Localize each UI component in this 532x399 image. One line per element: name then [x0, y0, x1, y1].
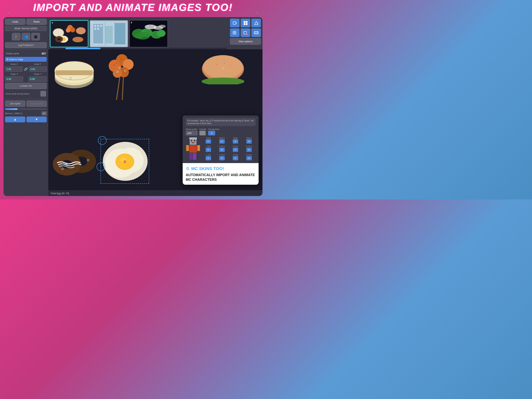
- view-options-button[interactable]: View options: [230, 38, 261, 45]
- thumbnail-4[interactable]: 4: [50, 20, 89, 47]
- name-prefix-label: Name prefix: [186, 128, 197, 130]
- l-arm-label: L Arm: [206, 145, 210, 147]
- svg-point-3: [66, 28, 70, 32]
- l-arm2-button[interactable]: ✏: [219, 148, 225, 152]
- view-btn-6[interactable]: [251, 28, 261, 37]
- head-col: Head ✏: [202, 137, 215, 145]
- include-section: Include: [199, 128, 206, 135]
- r-leg2-col: R Leg 2 ✏: [243, 154, 255, 161]
- link-icon: 🔗: [24, 67, 28, 71]
- scale-values-row: 1.61 🔗 1.61: [5, 66, 47, 72]
- egg-sprite[interactable]: [102, 140, 149, 183]
- head2-col: Head 2 ✏: [215, 137, 228, 145]
- svg-point-67: [120, 58, 122, 60]
- scale-edge-button[interactable]: ⊞ Scale to: Edge: [5, 57, 47, 62]
- svg-point-76: [230, 65, 231, 66]
- lag-button[interactable]: Lag Problems?: [5, 42, 47, 48]
- svg-rect-15: [94, 28, 96, 30]
- body2-button[interactable]: ✏: [246, 139, 252, 144]
- join-button[interactable]: Join sprite: [5, 101, 25, 107]
- view-btn-1[interactable]: [230, 19, 240, 27]
- l-leg-button[interactable]: ✏: [206, 156, 211, 160]
- frame-icon[interactable]: ▦: [31, 33, 40, 40]
- unjoin-button[interactable]: Unjoin sprite: [26, 101, 47, 107]
- mc-desc: AUTOMATICALLY IMPORT AND ANIMATE MC CHAR…: [186, 173, 255, 182]
- r-arm2-button[interactable]: ✏: [246, 148, 252, 152]
- r-leg-button[interactable]: ✏: [233, 156, 238, 160]
- right-panel: ★ View options: [228, 17, 262, 49]
- mode-icons: 🚶 👥 ▦: [5, 32, 47, 41]
- l-arm-button[interactable]: ✏: [206, 148, 211, 152]
- rotate-label: Rotate sprite: [6, 52, 19, 55]
- r-leg2-label: R Leg 2: [246, 154, 252, 156]
- origin-x-label: Origin X: [5, 73, 23, 75]
- thumbnail-5[interactable]: 5: [89, 20, 128, 47]
- l-arm-col: L Arm ✏: [202, 145, 215, 153]
- r-leg-label: R Leg: [233, 154, 238, 156]
- svg-point-73: [203, 55, 243, 78]
- view-btn-3[interactable]: [251, 19, 261, 27]
- thumb-4-bg: [51, 21, 88, 47]
- divider-1: [5, 50, 47, 50]
- redo-button[interactable]: Redo: [26, 19, 47, 25]
- scroll-handle[interactable]: [65, 48, 101, 49]
- bun-sprite[interactable]: [201, 54, 245, 84]
- status-text: Fried Egg (ID: 70): [51, 192, 69, 195]
- rotate-row: Rotate sprite 357: [5, 51, 47, 56]
- body-button[interactable]: ✏: [233, 139, 238, 144]
- thumbnail-6[interactable]: 6: [129, 20, 168, 47]
- svg-point-2: [70, 27, 75, 32]
- title-text: IMPORT AND ANIMATE IMAGES TOO!: [33, 2, 233, 13]
- origin-y-input[interactable]: 0.50: [29, 76, 47, 82]
- head2-button[interactable]: ✏: [219, 139, 225, 144]
- mc-popup-bottom: ⚙ MC SKINS TOO! AUTOMATICALLY IMPORT AND…: [183, 163, 259, 185]
- svg-rect-94: [189, 137, 197, 139]
- head-button[interactable]: ✏: [206, 139, 211, 144]
- perspective-value[interactable]: |||: [208, 131, 215, 135]
- origin-y-label: Origin Y: [29, 73, 47, 75]
- bread-sprite[interactable]: [53, 59, 95, 89]
- r-arm-button[interactable]: ✏: [233, 148, 238, 152]
- join-row: Join sprite Unjoin sprite: [5, 101, 47, 107]
- status-bar: Fried Egg (ID: 70): [48, 191, 262, 196]
- walk-icon[interactable]: 🚶: [12, 33, 20, 40]
- svg-point-7: [72, 37, 83, 42]
- origin-x-input[interactable]: 0.50: [5, 76, 23, 82]
- svg-rect-98: [189, 145, 197, 153]
- skewers-sprite[interactable]: [101, 51, 142, 100]
- help-button[interactable]: (?): [41, 111, 47, 115]
- scale-y-input[interactable]: 1.61: [29, 66, 47, 72]
- origin-values-row: 0.50 0.50: [5, 76, 47, 82]
- include-label: Include: [199, 128, 206, 130]
- svg-rect-34: [244, 21, 245, 23]
- arrow-up-button[interactable]: ▲: [5, 116, 25, 122]
- thumbnail-panel: 4: [48, 17, 228, 49]
- l-leg2-button[interactable]: ✏: [219, 156, 225, 160]
- r-arm2-label: R Arm 2: [246, 145, 252, 147]
- r-leg2-button[interactable]: ✏: [246, 156, 252, 160]
- svg-marker-33: [236, 22, 237, 24]
- l-leg-col: L Leg ✏: [202, 154, 215, 161]
- thumb-scrollbar[interactable]: [48, 47, 228, 49]
- mc-popup: For example: "steve_leg_rt_0" would be t…: [183, 116, 259, 185]
- undo-button[interactable]: Undo: [5, 19, 25, 25]
- svg-rect-95: [191, 140, 192, 141]
- svg-rect-102: [189, 153, 193, 160]
- locked-button[interactable]: Locked: No: [5, 83, 47, 89]
- svg-text:★: ★: [246, 33, 248, 35]
- scroll-track: [50, 48, 227, 49]
- name-prefix-value[interactable]: jack: [186, 131, 197, 135]
- svg-point-64: [113, 68, 122, 78]
- tween-checkbox[interactable]: [40, 91, 46, 97]
- svg-rect-96: [194, 140, 195, 141]
- view-btn-2[interactable]: [241, 19, 250, 27]
- view-btn-4[interactable]: [230, 28, 240, 37]
- scale-x-input[interactable]: 1.61: [5, 66, 23, 72]
- arrow-down-button[interactable]: ▼: [26, 116, 47, 122]
- view-btn-5[interactable]: ★: [241, 28, 250, 37]
- donuts-sprite[interactable]: [51, 136, 103, 179]
- svg-rect-18: [115, 23, 125, 45]
- include-checkbox[interactable]: [199, 131, 206, 135]
- svg-rect-16: [97, 28, 99, 30]
- group-icon[interactable]: 👥: [22, 33, 30, 40]
